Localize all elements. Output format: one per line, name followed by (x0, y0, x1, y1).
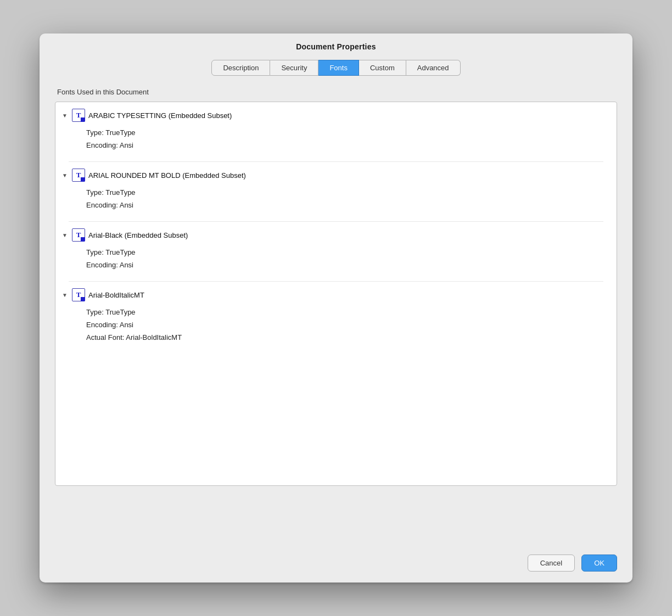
font-item-font2: ▼TARIAL ROUNDED MT BOLD (Embedded Subset… (55, 166, 617, 226)
font-divider (69, 281, 603, 282)
font-header-font4[interactable]: ▼TArial-BoldItalicMT (62, 288, 610, 301)
tab-advanced[interactable]: Advanced (406, 60, 461, 76)
section-label: Fonts Used in this Document (55, 88, 617, 96)
dialog-title: Document Properties (40, 33, 632, 57)
font-detail-row: Type: TrueType (86, 186, 610, 199)
font-header-font1[interactable]: ▼TARABIC TYPESETTING (Embedded Subset) (62, 109, 610, 122)
font-type-icon: T (72, 288, 85, 301)
font-detail-row: Actual Font: Arial-BoldItalicMT (86, 331, 610, 344)
font-divider (69, 221, 603, 222)
font-detail-row: Encoding: Ansi (86, 199, 610, 211)
font-detail-row: Encoding: Ansi (86, 139, 610, 152)
font-detail-row: Type: TrueType (86, 306, 610, 318)
chevron-icon: ▼ (62, 113, 69, 119)
font-name: ARIAL ROUNDED MT BOLD (Embedded Subset) (88, 171, 246, 180)
font-detail-row: Type: TrueType (86, 126, 610, 139)
content-area: Fonts Used in this Document ▼TARABIC TYP… (40, 81, 632, 546)
cancel-button[interactable]: Cancel (528, 555, 575, 572)
font-name: Arial-Black (Embedded Subset) (88, 231, 188, 239)
tab-security[interactable]: Security (270, 60, 318, 76)
font-header-font2[interactable]: ▼TARIAL ROUNDED MT BOLD (Embedded Subset… (62, 169, 610, 182)
font-type-icon: T (72, 228, 85, 242)
tab-custom[interactable]: Custom (359, 60, 406, 76)
font-name: Arial-BoldItalicMT (88, 291, 144, 299)
font-detail-row: Type: TrueType (86, 246, 610, 259)
chevron-icon: ▼ (62, 292, 69, 298)
chevron-icon: ▼ (62, 232, 69, 238)
font-detail-row: Encoding: Ansi (86, 318, 610, 331)
font-details-font2: Type: TrueTypeEncoding: Ansi (62, 186, 610, 218)
tab-fonts[interactable]: Fonts (318, 60, 359, 76)
ok-button[interactable]: OK (581, 555, 617, 572)
chevron-icon: ▼ (62, 172, 69, 178)
font-type-icon: T (72, 109, 85, 122)
font-list[interactable]: ▼TARABIC TYPESETTING (Embedded Subset)Ty… (55, 102, 617, 486)
font-item-font4: ▼TArial-BoldItalicMTType: TrueTypeEncodi… (55, 286, 617, 351)
font-details-font3: Type: TrueTypeEncoding: Ansi (62, 246, 610, 278)
font-name: ARABIC TYPESETTING (Embedded Subset) (88, 111, 232, 120)
document-properties-dialog: Document Properties DescriptionSecurityF… (40, 33, 632, 583)
tab-description[interactable]: Description (211, 60, 270, 76)
tabs-bar: DescriptionSecurityFontsCustomAdvanced (40, 57, 632, 81)
font-divider (69, 161, 603, 162)
bottom-bar: Cancel OK (40, 546, 632, 583)
font-header-font3[interactable]: ▼TArial-Black (Embedded Subset) (62, 228, 610, 242)
font-detail-row: Encoding: Ansi (86, 259, 610, 271)
font-item-font1: ▼TARABIC TYPESETTING (Embedded Subset)Ty… (55, 107, 617, 166)
font-details-font4: Type: TrueTypeEncoding: AnsiActual Font:… (62, 306, 610, 350)
font-type-icon: T (72, 169, 85, 182)
font-item-font3: ▼TArial-Black (Embedded Subset)Type: Tru… (55, 226, 617, 286)
font-details-font1: Type: TrueTypeEncoding: Ansi (62, 126, 610, 158)
